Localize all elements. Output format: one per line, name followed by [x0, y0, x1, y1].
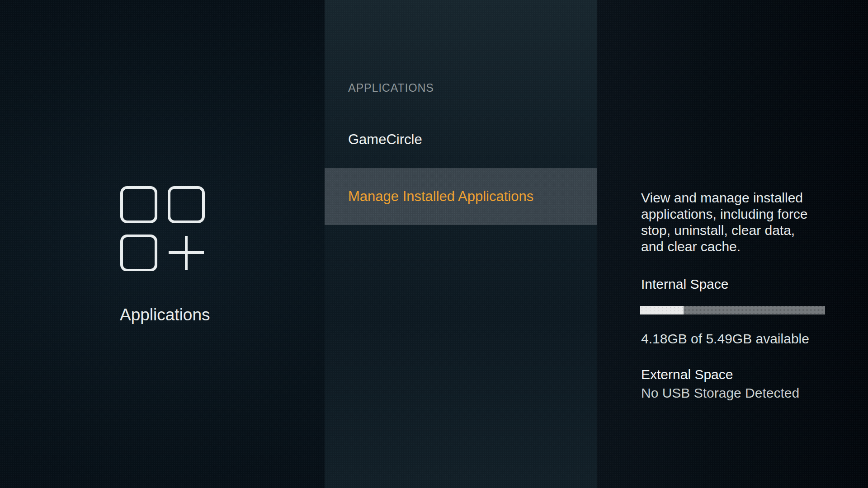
menu-item-label: Manage Installed Applications: [348, 188, 533, 205]
applications-grid-plus-icon: [120, 186, 205, 271]
internal-space-available-text: 4.18GB of 5.49GB available: [641, 331, 809, 347]
menu-panel-background: [325, 0, 597, 488]
internal-space-title: Internal Space: [641, 277, 728, 292]
internal-space-progress-bar: [640, 306, 825, 314]
external-space-title: External Space: [641, 367, 733, 382]
external-space-status: No USB Storage Detected: [641, 385, 799, 401]
category-label: Applications: [120, 305, 210, 324]
menu-item-label: GameCircle: [348, 131, 422, 148]
internal-space-progress-fill: [640, 306, 684, 314]
menu-item-manage-installed-applications[interactable]: Manage Installed Applications: [325, 168, 597, 225]
menu-item-gamecircle[interactable]: GameCircle: [325, 111, 597, 168]
firetv-settings-applications-screen: Applications APPLICATIONS GameCircle Man…: [0, 0, 868, 488]
menu-section-header: APPLICATIONS: [348, 81, 434, 94]
item-description: View and manage installed applications, …: [641, 190, 858, 255]
